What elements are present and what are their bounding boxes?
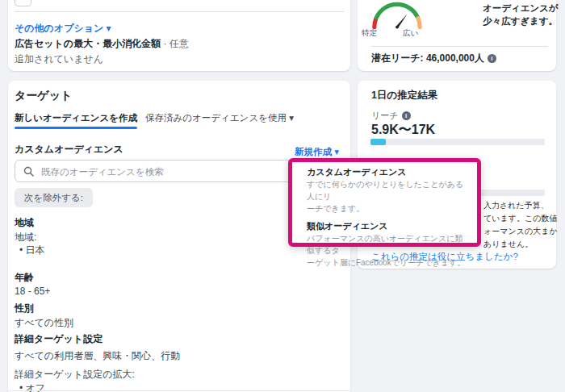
- create-new-label: 新規作成: [295, 147, 332, 156]
- divider: [371, 46, 548, 47]
- exclude-button[interactable]: 次を除外する:: [15, 188, 93, 207]
- location-heading: 地域: [15, 216, 34, 230]
- age-heading: 年齢: [15, 271, 34, 285]
- potential-reach-text: 潜在リーチ: 46,000,000人: [371, 52, 484, 64]
- spend-limit-title: 広告セットの最大・最小消化金額 · 任意: [15, 37, 189, 51]
- create-new-dropdown: カスタムオーディエンス すでに何らかのやりとりをしたことがある人にリ ーチできま…: [288, 158, 481, 247]
- custom-audience-label: カスタムオーディエンス: [15, 143, 123, 156]
- detailed-targeting-heading: 詳細ターゲット設定: [15, 332, 103, 346]
- reach-value: 5.9K〜17K: [371, 122, 435, 139]
- more-options-label: その他のオプション: [15, 23, 103, 34]
- reach-progress-bar: [370, 139, 545, 145]
- search-icon: [23, 166, 34, 177]
- chevron-down-icon: ▾: [107, 23, 111, 34]
- gauge-red-segment: [375, 19, 376, 27]
- tab-new-audience[interactable]: 新しいオーディエンスを作成: [15, 112, 137, 124]
- reach-progress-fill: [370, 139, 386, 145]
- cropped-control-stub: [15, 0, 31, 6]
- menu-item-title: カスタムオーディエンス: [307, 166, 469, 178]
- potential-reach: 潜在リーチ: 46,000,000人i: [371, 52, 496, 65]
- spend-limit-title-text: 広告セットの最大・最小消化金額: [15, 38, 161, 49]
- menu-item-custom-audience[interactable]: カスタムオーディエンス すでに何らかのやりとりをしたことがある人にリ ーチできま…: [307, 166, 469, 215]
- create-new-link[interactable]: 新規作成 ▾: [295, 146, 339, 158]
- estimate-description-fragment: 入力された予算、 ています。この数値 ォーマンスの大まか ありません。: [483, 199, 558, 251]
- info-icon[interactable]: i: [488, 54, 496, 63]
- age-value: 18 - 65+: [15, 286, 50, 297]
- tab-saved-audience-label: 保存済みのオーディエンスを使用: [145, 113, 287, 123]
- reach-label-text: リーチ: [371, 111, 399, 120]
- gauge-pivot: [396, 26, 399, 29]
- menu-item-title: 類似オーディエンス: [307, 220, 469, 232]
- gauge-green-segment: [376, 4, 417, 17]
- more-options-link[interactable]: その他のオプション ▾: [15, 22, 111, 35]
- divider: [15, 11, 344, 12]
- gender-heading: 性別: [15, 302, 34, 315]
- menu-item-description: すでに何らかのやりとりをしたことがある人にリ ーチできます。: [307, 178, 469, 215]
- info-icon[interactable]: i: [402, 111, 411, 120]
- menu-item-lookalike-audience[interactable]: 類似オーディエンス パフォーマンスの高いオーディエンスに類似するタ ーゲット層に…: [307, 220, 469, 269]
- expansion-label: 詳細ターゲット設定の拡大:: [15, 368, 135, 382]
- ads-manager-page: その他のオプション ▾ 広告セットの最大・最小消化金額 · 任意 追加されていま…: [0, 0, 565, 392]
- chevron-down-icon: ▾: [289, 113, 294, 123]
- location-label: 地域:: [15, 231, 36, 244]
- detailed-targeting-value: すべての利用者層、興味・関心、行動: [15, 349, 180, 363]
- gauge-label-specific: 特定: [362, 28, 377, 39]
- chevron-down-icon: ▾: [334, 147, 339, 156]
- estimate-title: 1日の推定結果: [371, 89, 437, 102]
- location-value: • 日本: [19, 244, 45, 257]
- audience-breadth-message: オーディエンスが 少々広すぎます。: [483, 2, 559, 27]
- gender-value: すべての性別: [15, 316, 73, 330]
- audience-definition-card: 特定 広い オーディエンスが 少々広すぎます。 潜在リーチ: 46,000,00…: [358, 0, 556, 71]
- budget-options-card: その他のオプション ▾ 広告セットの最大・最小消化金額 · 任意 追加されていま…: [8, 0, 350, 71]
- menu-item-description: パフォーマンスの高いオーディエンスに類似するタ ーゲット層にFacebookでリ…: [307, 232, 469, 269]
- targeting-title: ターゲット: [15, 89, 72, 103]
- active-tab-underline: [15, 127, 137, 129]
- optional-label: · 任意: [161, 38, 189, 49]
- reach-label: リーチi: [371, 110, 411, 122]
- divider: [8, 390, 350, 391]
- gauge-label-broad: 広い: [403, 28, 418, 39]
- spend-limit-value: 追加されていません: [15, 52, 103, 66]
- tab-saved-audience[interactable]: 保存済みのオーディエンスを使用 ▾: [145, 112, 294, 124]
- gauge-orange-segment: [418, 19, 420, 27]
